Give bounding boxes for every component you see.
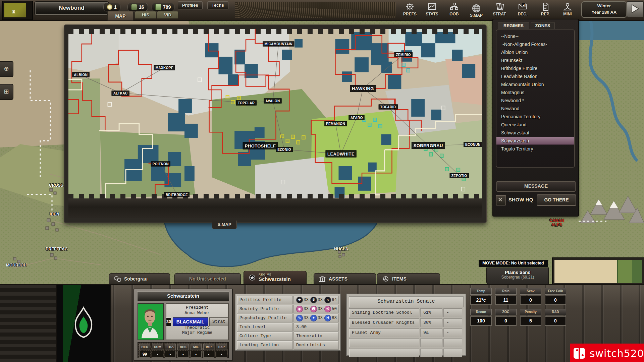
senate-row: Blessed Crusader Knights 30% - bbox=[349, 318, 464, 327]
city-label[interactable]: PHOTOSHELF bbox=[243, 142, 278, 149]
strategic-map[interactable]: ALBION ALTKAU MAXKOPF MICAMOUNTAIN TOPEL… bbox=[68, 29, 482, 198]
strategic-map-window[interactable]: ALBION ALTKAU MAXKOPF MICAMOUNTAIN TOPEL… bbox=[64, 24, 487, 223]
regime-list-item[interactable]: Britbridge Empire bbox=[496, 64, 574, 72]
counter-exp[interactable]: EXP- bbox=[216, 344, 227, 357]
resource-sun[interactable]: 1 bbox=[103, 3, 120, 11]
regime-list-item[interactable]: -Non-Aligned Forces- bbox=[496, 40, 574, 48]
stat-label: Free Folk bbox=[545, 288, 566, 295]
smap-button[interactable]: S.MAP bbox=[467, 2, 486, 20]
city-label[interactable]: PEMANION bbox=[324, 121, 347, 126]
oob-button[interactable]: OOB bbox=[444, 1, 464, 19]
stat-value: 11 bbox=[495, 296, 517, 305]
watermark-text: switch520 bbox=[590, 348, 644, 359]
profiles-button[interactable]: Profiles bbox=[178, 1, 203, 9]
regime-list-item[interactable]: Albion Union bbox=[496, 48, 574, 56]
strat-button-small[interactable]: Strat bbox=[209, 317, 228, 326]
message-button[interactable]: MESSAGE bbox=[496, 181, 576, 192]
tab-his[interactable]: HIS bbox=[135, 11, 156, 18]
regime-list-item[interactable]: Newbond * bbox=[496, 97, 574, 105]
techs-button[interactable]: Techs bbox=[207, 1, 228, 9]
city-label[interactable]: ZEMIRIO bbox=[394, 52, 412, 57]
regime-card-title: Schwarzstein bbox=[137, 291, 229, 301]
side-flyout-top-button[interactable]: ⊕ bbox=[0, 61, 13, 77]
city-label[interactable]: MICAMOUNTAIN bbox=[263, 41, 294, 46]
psychology-profile-row: Psychology Profile ✎33 ✦33 H88 bbox=[237, 314, 339, 322]
regime-list-item[interactable]: Micamountain Union bbox=[496, 80, 574, 88]
regime-list-item[interactable]: Schwarzstaat bbox=[496, 129, 574, 137]
city-label[interactable]: EZONIO bbox=[276, 147, 293, 152]
city-label[interactable]: SOBERGRAU bbox=[412, 142, 445, 149]
tab-unit[interactable]: No Unit selected bbox=[174, 273, 241, 284]
resource-fuel[interactable]: 16 bbox=[127, 3, 148, 11]
leader-name: Anna Weber bbox=[166, 311, 228, 315]
mini-label: MINI bbox=[558, 12, 577, 16]
mini-button[interactable]: MINI bbox=[558, 1, 577, 19]
go-there-button[interactable]: GO THERE bbox=[537, 194, 576, 206]
rep-button[interactable]: REP. bbox=[536, 1, 555, 19]
prefs-button[interactable]: PREFS bbox=[400, 1, 420, 19]
hexes-icon bbox=[114, 276, 121, 282]
city-label[interactable]: AVALON bbox=[264, 99, 282, 104]
tab-map[interactable]: MAP bbox=[107, 11, 133, 20]
regime-profile-table: Politics Profile ★33 ♛33 ⌂64 Society Pro… bbox=[235, 294, 341, 351]
show-hq-checkbox[interactable] bbox=[496, 195, 506, 205]
city-label[interactable]: MAXKOPF bbox=[154, 65, 175, 70]
strat-button[interactable]: STRAT. bbox=[490, 1, 509, 19]
hex-preview-panel[interactable] bbox=[552, 257, 644, 285]
resource-credits[interactable]: 789 bbox=[152, 3, 174, 11]
side-flyout-bottom-button[interactable]: ⊞ bbox=[0, 84, 13, 100]
regime-list-item[interactable]: Queensland bbox=[496, 121, 574, 129]
regime-list-item[interactable]: Braunsekt bbox=[496, 56, 574, 64]
regime-list-item[interactable]: --None-- bbox=[496, 32, 574, 40]
city-label[interactable]: POITNON bbox=[151, 161, 170, 166]
stat-value: 100 bbox=[470, 316, 492, 326]
city-label[interactable]: BRITBRIDGE bbox=[164, 192, 190, 197]
city-label[interactable]: ALTKAU bbox=[112, 90, 129, 96]
regime-list-item[interactable]: Montagnus bbox=[496, 88, 574, 97]
city-label[interactable]: TOFARID bbox=[379, 105, 398, 110]
counter-mil[interactable]: MIL- bbox=[191, 344, 202, 357]
game-screen: CROSS IDEN DREFFEAC MOURJOU NUCLA CANAN … bbox=[0, 0, 644, 362]
tab-regime-schwarzstein[interactable]: REGIME Schwarzstein bbox=[244, 271, 307, 284]
counter-com[interactable]: COM- bbox=[152, 344, 163, 357]
society-value: 50 bbox=[332, 305, 337, 313]
tab-zone-sobergrau[interactable]: Sobergrau bbox=[109, 273, 170, 284]
counter-imp[interactable]: IMP- bbox=[203, 344, 214, 357]
regime-list-item-selected[interactable]: Schwarzstein bbox=[496, 137, 574, 145]
city-label[interactable]: AFARO bbox=[349, 115, 365, 120]
smap-window-tag[interactable]: S.MAP bbox=[212, 221, 237, 229]
end-turn-button[interactable] bbox=[627, 1, 644, 17]
tab-zones[interactable]: ZONES bbox=[531, 22, 555, 29]
city-label[interactable]: ZEPOTIO bbox=[450, 173, 469, 178]
counter-tra[interactable]: TRA- bbox=[165, 344, 176, 357]
show-hq-label: SHOW HQ bbox=[508, 197, 533, 202]
regime-list-item[interactable]: Newland bbox=[496, 105, 574, 113]
tab-regimes[interactable]: REGIMES bbox=[498, 22, 529, 29]
counter-rec[interactable]: REC99 bbox=[139, 344, 150, 357]
regime-list[interactable]: --None-- -Non-Aligned Forces- Albion Uni… bbox=[496, 29, 575, 168]
counter-res[interactable]: RES- bbox=[177, 344, 189, 357]
bg-label-cross: CROSS bbox=[49, 183, 63, 188]
regime-list-item[interactable]: Pemanian Territory bbox=[496, 113, 574, 121]
city-label[interactable]: ECONUN bbox=[464, 142, 482, 147]
person-pin-icon bbox=[562, 2, 573, 11]
bank-building-icon bbox=[319, 276, 326, 282]
stat-rad: RAD0 bbox=[545, 309, 566, 326]
dec-button[interactable]: 2 DEC. bbox=[513, 1, 532, 19]
tab-assets[interactable]: ASSETS bbox=[314, 273, 376, 284]
blackmail-action-button[interactable]: BLACKMAIL bbox=[173, 317, 208, 326]
city-label[interactable]: HAWKING bbox=[350, 85, 376, 92]
tab-items[interactable]: ITEMS bbox=[377, 273, 440, 284]
regime-flag[interactable]: ♜ bbox=[2, 1, 33, 20]
stats-button[interactable]: STATS bbox=[422, 1, 442, 19]
leader-portrait[interactable] bbox=[138, 303, 164, 340]
regime-list-item[interactable]: Leadwhite Nation bbox=[496, 72, 574, 80]
city-label[interactable]: LEADWHITE bbox=[325, 150, 357, 158]
city-label[interactable]: ALBION bbox=[72, 72, 90, 77]
oob-label: OOB bbox=[444, 12, 464, 16]
tab-regime-label: Schwarzstein bbox=[259, 277, 291, 282]
city-label[interactable]: TOPELAR bbox=[236, 101, 256, 106]
faction-percent: 61% bbox=[420, 308, 442, 317]
tab-vid[interactable]: VID bbox=[157, 11, 178, 18]
regime-list-item[interactable]: Togalo Territory bbox=[496, 145, 574, 153]
